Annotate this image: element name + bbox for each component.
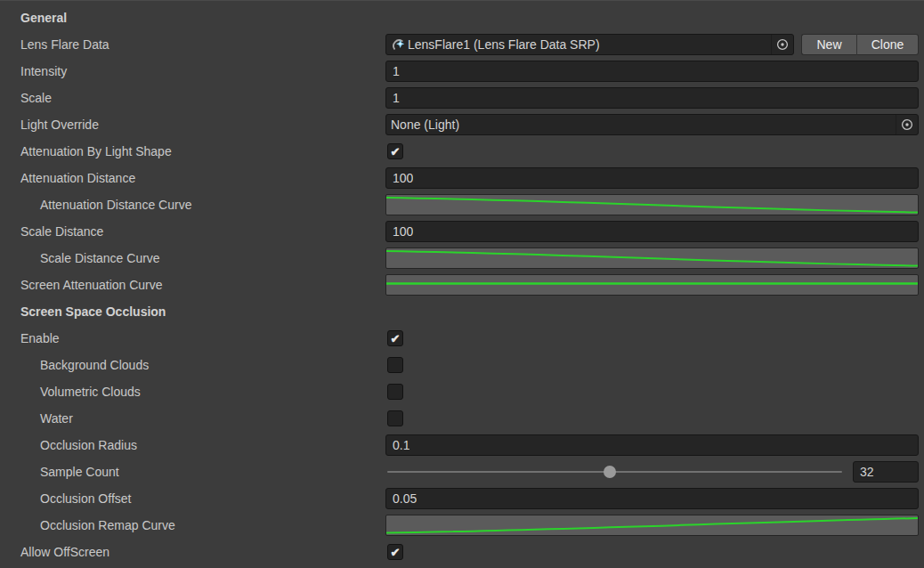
occlusion-radius-label: Occlusion Radius	[0, 438, 385, 452]
attenuation-by-light-shape-checkbox[interactable]: ✔	[387, 143, 403, 159]
scale-row: Scale 1	[0, 85, 924, 111]
occlusion-remap-curve-field[interactable]	[385, 515, 919, 536]
checkmark-icon: ✔	[391, 332, 401, 345]
intensity-input[interactable]: 1	[385, 61, 919, 82]
occlusion-offset-label: Occlusion Offset	[0, 491, 385, 506]
lens-flare-data-value: LensFlare1 (Lens Flare Data SRP)	[408, 37, 600, 52]
attenuation-by-light-shape-row: Attenuation By Light Shape ✔	[0, 138, 924, 165]
descending-curve-icon	[386, 248, 918, 268]
new-button[interactable]: New	[801, 34, 857, 55]
lens-flare-data-label: Lens Flare Data	[0, 37, 385, 52]
scale-distance-curve-row: Scale Distance Curve	[0, 245, 924, 272]
volumetric-clouds-label: Volumetric Clouds	[0, 385, 385, 399]
intensity-row: Intensity 1	[0, 58, 924, 85]
scale-input[interactable]: 1	[385, 87, 919, 109]
attenuation-distance-row: Attenuation Distance 100	[0, 165, 924, 191]
lens-flare-inspector: General Lens Flare Data LensFlare1 (Lens…	[0, 0, 924, 568]
attenuation-distance-input[interactable]: 100	[385, 167, 919, 189]
scale-distance-curve-label: Scale Distance Curve	[0, 251, 385, 265]
volumetric-clouds-row: Volumetric Clouds	[0, 378, 924, 405]
attenuation-distance-curve-field[interactable]	[385, 194, 919, 215]
light-override-value: None (Light)	[391, 118, 459, 132]
background-clouds-row: Background Clouds	[0, 352, 924, 378]
scale-distance-input[interactable]: 100	[385, 221, 919, 242]
enable-row: Enable ✔	[0, 325, 924, 352]
light-override-row: Light Override None (Light)	[0, 111, 924, 138]
sample-count-label: Sample Count	[0, 465, 385, 479]
lens-flare-icon	[391, 37, 405, 52]
sample-count-value: 32	[860, 465, 874, 479]
allow-offscreen-row: Allow OffScreen ✔	[0, 539, 924, 565]
occlusion-offset-row: Occlusion Offset 0.05	[0, 485, 924, 512]
volumetric-clouds-checkbox[interactable]	[387, 384, 403, 400]
occlusion-radius-row: Occlusion Radius 0.1	[0, 432, 924, 458]
water-row: Water	[0, 405, 924, 432]
slider-thumb[interactable]	[604, 466, 616, 478]
lens-flare-data-object-field[interactable]: LensFlare1 (Lens Flare Data SRP)	[385, 34, 794, 55]
sample-count-row: Sample Count 32	[0, 458, 924, 485]
sample-count-slider[interactable]	[385, 461, 844, 483]
background-clouds-label: Background Clouds	[0, 358, 385, 372]
water-label: Water	[0, 411, 385, 426]
descending-curve-icon	[386, 195, 918, 215]
intensity-value: 1	[393, 64, 400, 78]
allow-offscreen-label: Allow OffScreen	[0, 545, 385, 559]
lens-flare-data-buttons: New Clone	[801, 34, 919, 55]
attenuation-distance-label: Attenuation Distance	[0, 171, 385, 185]
attenuation-distance-value: 100	[393, 171, 413, 185]
sample-count-input[interactable]: 32	[853, 461, 919, 483]
flat-curve-icon	[386, 275, 918, 295]
allow-offscreen-checkbox[interactable]: ✔	[387, 544, 403, 560]
screen-attenuation-curve-label: Screen Attenuation Curve	[0, 278, 385, 292]
occlusion-offset-value: 0.05	[393, 491, 417, 506]
attenuation-by-light-shape-label: Attenuation By Light Shape	[0, 144, 385, 158]
checkmark-icon: ✔	[391, 145, 401, 158]
enable-checkbox[interactable]: ✔	[387, 330, 403, 346]
scale-value: 1	[393, 91, 400, 105]
object-picker-icon[interactable]	[896, 115, 918, 134]
background-clouds-checkbox[interactable]	[387, 357, 403, 373]
ascending-curve-icon	[386, 515, 918, 535]
occlusion-remap-curve-row: Occlusion Remap Curve	[0, 512, 924, 539]
occlusion-offset-input[interactable]: 0.05	[385, 488, 919, 509]
light-override-object-field[interactable]: None (Light)	[385, 114, 919, 135]
scale-distance-value: 100	[393, 224, 413, 239]
screen-attenuation-curve-field[interactable]	[385, 274, 919, 296]
scale-distance-label: Scale Distance	[0, 224, 385, 239]
lens-flare-data-row: Lens Flare Data LensFlare1 (Lens Flare D…	[0, 31, 924, 58]
general-section-header: General	[0, 11, 385, 25]
screen-space-occlusion-section-row: Screen Space Occlusion	[0, 298, 924, 325]
scale-distance-row: Scale Distance 100	[0, 218, 924, 245]
screen-attenuation-curve-row: Screen Attenuation Curve	[0, 272, 924, 298]
intensity-label: Intensity	[0, 64, 385, 78]
attenuation-distance-curve-row: Attenuation Distance Curve	[0, 191, 924, 218]
water-checkbox[interactable]	[387, 410, 403, 426]
general-section-row: General	[0, 4, 924, 31]
occlusion-radius-input[interactable]: 0.1	[385, 434, 919, 456]
checkmark-icon: ✔	[391, 546, 401, 559]
enable-label: Enable	[0, 331, 385, 345]
occlusion-radius-value: 0.1	[393, 438, 409, 452]
attenuation-distance-curve-label: Attenuation Distance Curve	[0, 198, 385, 212]
scale-distance-curve-field[interactable]	[385, 247, 919, 269]
light-override-label: Light Override	[0, 118, 385, 132]
object-picker-icon[interactable]	[771, 35, 793, 54]
scale-label: Scale	[0, 91, 385, 105]
occlusion-remap-curve-label: Occlusion Remap Curve	[0, 518, 385, 532]
clone-button[interactable]: Clone	[857, 34, 919, 55]
screen-space-occlusion-section-header: Screen Space Occlusion	[0, 304, 385, 319]
